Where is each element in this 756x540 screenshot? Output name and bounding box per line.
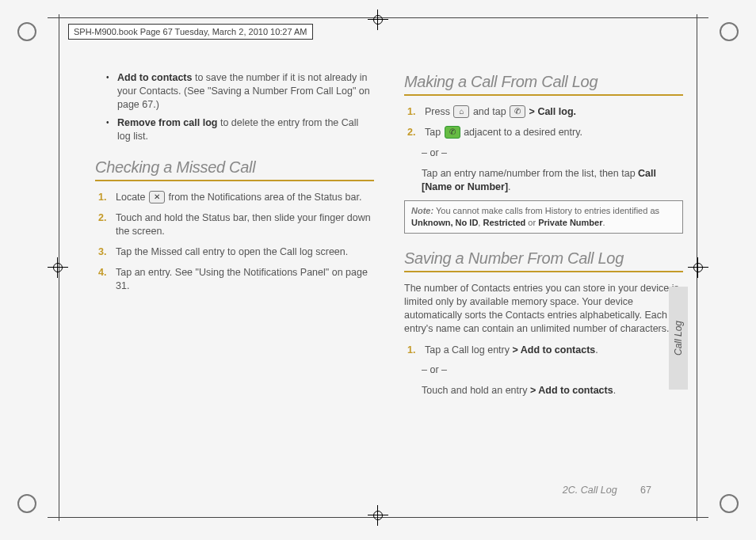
step-item: Touch and hold the Status bar, then slid… (98, 211, 374, 238)
step-item: Tap an entry. See "Using the Notificatio… (98, 266, 374, 293)
or-separator: – or – (422, 363, 683, 377)
registration-mark-icon (368, 505, 388, 526)
step-text: Press (425, 106, 452, 117)
step-text: Locate (116, 192, 148, 203)
page-footer: 2C. Call Log 67 (563, 485, 651, 496)
bullet-lead: Add to contacts (117, 72, 192, 83)
ordered-steps: Press ⌂ and tap ✆ > Call log. Tap ✆ adja… (407, 105, 683, 139)
step-text: Tap (425, 127, 444, 138)
left-column: Add to contacts to save the number if it… (95, 71, 374, 473)
step-text: Tap a Call log entry (425, 344, 512, 356)
heading-rule (95, 180, 374, 181)
paragraph: The number of Contacts entries you can s… (404, 282, 683, 336)
ornament-gear-icon (17, 22, 36, 41)
step-bold: Add to contacts (521, 344, 595, 356)
registration-mark-icon (688, 257, 708, 278)
step-alt: Tap an entry name/number from the list, … (422, 167, 683, 194)
section-heading: Checking a Missed Call (95, 157, 374, 178)
section-heading: Making a Call From Call Log (404, 71, 683, 93)
step-text: Tap an entry name/number from the list, … (422, 168, 638, 179)
missed-call-icon: ✕ (149, 191, 165, 203)
ornament-gear-icon (720, 494, 739, 513)
list-item: Remove from call log to delete the entry… (109, 116, 374, 143)
step-text: . (613, 385, 616, 396)
step-item: Locate ✕ from the Notifications area of … (98, 191, 374, 204)
step-text: from the Notifications area of the Statu… (169, 192, 362, 203)
step-item: Press ⌂ and tap ✆ > Call log. (407, 105, 683, 119)
step-alt: Touch and hold an entry > Add to contact… (422, 384, 683, 397)
content-columns: Add to contacts to save the number if it… (95, 71, 683, 473)
step-bold: Call log. (537, 106, 576, 117)
note-bold: Unknown, No ID (411, 218, 478, 227)
ornament-gear-icon (720, 22, 739, 41)
page-number: 67 (640, 485, 651, 496)
section-heading: Saving a Number From Call Log (404, 248, 683, 269)
step-text: adjacent to a desired entry. (464, 127, 582, 138)
bullet-list: Add to contacts to save the number if it… (109, 71, 374, 143)
call-green-icon: ✆ (445, 126, 460, 139)
bullet-lead: Remove from call log (117, 117, 217, 128)
step-text: and tap (473, 106, 509, 117)
phone-icon: ✆ (510, 105, 525, 118)
step-text: Tap an entry. See "Using the Notificatio… (116, 267, 368, 291)
footer-section: 2C. Call Log (563, 485, 617, 496)
registration-mark-icon (368, 10, 388, 30)
list-item: Add to contacts to save the number if it… (109, 71, 374, 112)
note-label: Note: (411, 206, 433, 215)
step-bold: > (530, 385, 538, 396)
side-tab-label: Call Log (673, 321, 684, 356)
step-text: Touch and hold an entry (422, 385, 530, 396)
step-item: Tap a Call log entry > Add to contacts. (407, 344, 683, 357)
step-text: Touch and hold the Status bar, then slid… (116, 212, 371, 237)
note-bold: Restricted (483, 218, 525, 227)
book-header-stamp: SPH-M900.book Page 67 Tuesday, March 2, … (68, 24, 313, 40)
note-box: Note: You cannot make calls from History… (404, 200, 683, 234)
heading-rule (404, 271, 683, 272)
step-text: > (529, 106, 538, 117)
heading-rule (404, 94, 683, 96)
page-frame: SPH-M900.book Page 67 Tuesday, March 2, … (48, 14, 708, 521)
note-text: . (602, 218, 605, 227)
step-item: Tap ✆ adjacent to a desired entry. (407, 126, 683, 139)
step-bold: Add to contacts (538, 385, 613, 396)
ordered-steps: Locate ✕ from the Notifications area of … (98, 191, 374, 292)
or-separator: – or – (422, 146, 683, 160)
registration-mark-icon (48, 257, 68, 278)
ordered-steps: Tap a Call log entry > Add to contacts. (407, 344, 683, 357)
step-text: . (595, 344, 598, 356)
step-text: . (508, 181, 510, 192)
step-bold: > (512, 344, 520, 356)
side-tab: Call Log (669, 287, 688, 390)
step-item: Tap the Missed call entry to open the Ca… (98, 245, 374, 259)
home-icon: ⌂ (453, 105, 469, 118)
note-text: or (525, 218, 538, 227)
right-column: Making a Call From Call Log Press ⌂ and … (404, 71, 683, 473)
ornament-gear-icon (17, 494, 36, 513)
note-bold: Private Number (538, 218, 602, 227)
note-text: You cannot make calls from History to en… (433, 206, 659, 215)
step-text: Tap the Missed call entry to open the Ca… (116, 246, 348, 257)
